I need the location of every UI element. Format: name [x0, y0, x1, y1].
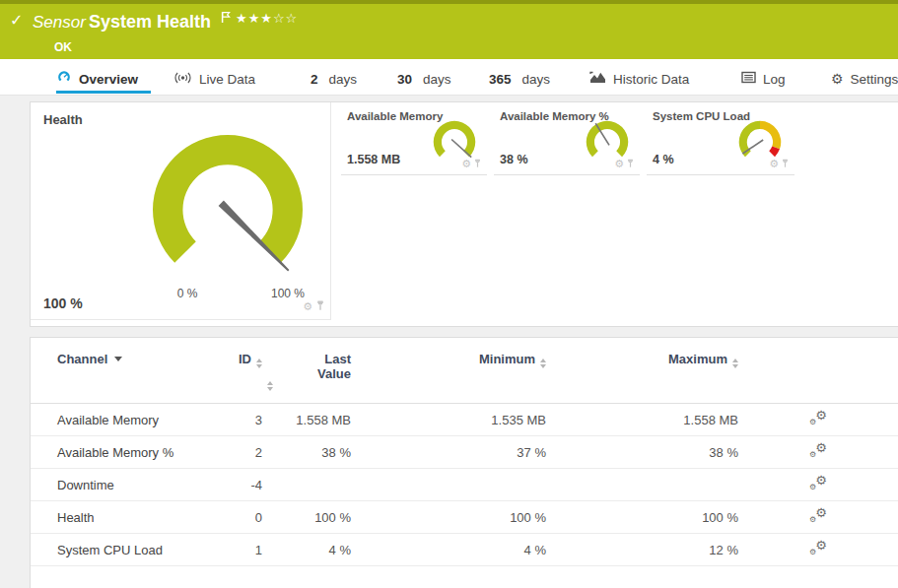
- tab-2-days[interactable]: 2 days: [311, 69, 357, 89]
- tab-30-days[interactable]: 30 days: [397, 69, 451, 89]
- channel-name: Available Memory: [31, 404, 208, 436]
- channel-last-value: 100 %: [262, 501, 351, 534]
- gauge-value: 38 %: [500, 153, 528, 166]
- priority-stars[interactable]: ★★★☆☆: [236, 11, 298, 26]
- channel-maximum: 1.558 MB: [546, 404, 738, 436]
- channel-last-value: 4 %: [262, 534, 351, 566]
- tab-label: days: [423, 72, 451, 87]
- live-broadcast-icon: [173, 71, 192, 88]
- pin-icon[interactable]: [627, 155, 634, 172]
- gear-icon[interactable]: ⚙: [614, 159, 624, 169]
- tab-number: 2: [311, 72, 318, 87]
- channel-maximum: 100 %: [546, 501, 738, 534]
- tab-historic-data[interactable]: Historic Data: [589, 69, 689, 89]
- channel-settings-gears-icon[interactable]: ⚙⚙: [808, 540, 828, 557]
- gear-icon[interactable]: ⚙: [461, 159, 471, 169]
- tab-label: days: [329, 72, 358, 87]
- tab-label: Historic Data: [613, 72, 689, 87]
- priority-flag-icon[interactable]: [221, 10, 231, 28]
- sort-arrows-icon: [732, 359, 738, 368]
- channel-id: -4: [208, 469, 262, 501]
- tab-label: Settings: [851, 72, 898, 87]
- channel-id: 2: [208, 436, 262, 469]
- table-row-available-memory-pct[interactable]: Available Memory % 2 38 % 37 % 38 % ⚙⚙: [31, 436, 898, 469]
- channel-id: 0: [208, 501, 262, 534]
- channel-maximum: [546, 469, 738, 501]
- channels-table: Channel ID Last Value Minimum Maximum Av…: [31, 338, 898, 566]
- gauge-value: 1.558 MB: [347, 153, 400, 166]
- status-check-icon: ✓: [10, 11, 23, 30]
- channel-minimum: 100 %: [351, 501, 546, 534]
- channel-settings-gears-icon[interactable]: ⚙⚙: [808, 442, 828, 460]
- column-label-line2: Value: [262, 366, 351, 381]
- column-label: Maximum: [668, 352, 727, 366]
- health-gauge-tile: Health 0 % 100 % 100 % ⚙: [31, 102, 331, 320]
- column-header-channel[interactable]: Channel: [31, 338, 208, 404]
- column-header-maximum[interactable]: Maximum: [546, 338, 738, 404]
- column-header-last-value[interactable]: Last Value: [262, 338, 351, 404]
- column-header-actions: [738, 338, 898, 404]
- active-tab-underline: [56, 91, 151, 94]
- column-header-id[interactable]: ID: [208, 338, 262, 404]
- table-row-health[interactable]: Health 0 100 % 100 % 100 % ⚙⚙: [31, 501, 898, 534]
- area-chart-icon: [589, 71, 606, 87]
- sort-arrows-icon: [540, 359, 546, 368]
- tab-bar: Overview Live Data 2 days 30 days 365 da…: [0, 59, 898, 96]
- tab-label: Live Data: [199, 72, 255, 87]
- gear-icon: ⚙: [831, 72, 844, 86]
- tab-overview[interactable]: Overview: [56, 69, 138, 89]
- channel-minimum: 37 %: [351, 436, 546, 469]
- channel-settings-gears-icon[interactable]: ⚙⚙: [808, 410, 828, 427]
- health-gauge: [134, 116, 321, 303]
- tab-settings[interactable]: ⚙ Settings: [831, 69, 898, 89]
- gauge-value: 4 %: [653, 153, 674, 166]
- gauge-title: Health: [43, 112, 83, 127]
- channel-last-value: [262, 469, 351, 501]
- status-badge: OK: [54, 40, 72, 54]
- column-label: Channel: [57, 352, 107, 366]
- gauge-tools: ⚙: [769, 155, 789, 172]
- channel-maximum: 12 %: [546, 534, 738, 566]
- tab-label: days: [522, 72, 551, 87]
- stars-empty[interactable]: ☆☆: [273, 11, 298, 26]
- table-row-available-memory[interactable]: Available Memory 3 1.558 MB 1.535 MB 1.5…: [31, 404, 898, 436]
- channel-name: System CPU Load: [31, 534, 208, 566]
- system-cpu-load-gauge-tile: System CPU Load 4 % ⚙: [647, 102, 794, 175]
- tab-label: Log: [763, 72, 786, 87]
- channel-name: Downtime: [31, 469, 208, 501]
- sort-arrows-icon: [267, 381, 351, 391]
- tab-number: 30: [397, 72, 412, 87]
- pin-icon[interactable]: [474, 155, 481, 172]
- column-header-minimum[interactable]: Minimum: [351, 338, 546, 404]
- gear-icon[interactable]: ⚙: [303, 301, 312, 312]
- pin-icon[interactable]: [782, 155, 789, 172]
- gauge-tools: ⚙: [614, 155, 634, 172]
- channel-last-value: 1.558 MB: [262, 404, 351, 436]
- tab-365-days[interactable]: 365 days: [489, 69, 550, 89]
- gauge-tools: ⚙: [303, 297, 324, 315]
- available-memory-gauge-tile: Available Memory 1.558 MB ⚙: [341, 102, 487, 175]
- gauge-tools: ⚙: [461, 155, 481, 172]
- pin-icon[interactable]: [316, 297, 324, 315]
- column-label: ID: [239, 352, 251, 366]
- gauges-panel: Health 0 % 100 % 100 % ⚙ Available Memor…: [30, 101, 898, 327]
- table-row-system-cpu-load[interactable]: System CPU Load 1 4 % 4 % 12 % ⚙⚙: [31, 534, 898, 566]
- stars-filled[interactable]: ★★★: [236, 11, 273, 26]
- channels-table-panel: Channel ID Last Value Minimum Maximum Av…: [30, 337, 898, 588]
- gauge-scale-min: 0 %: [158, 287, 217, 300]
- channel-settings-gears-icon[interactable]: ⚙⚙: [808, 475, 828, 492]
- page-title: System Health: [89, 12, 211, 33]
- channel-minimum: 1.535 MB: [351, 404, 546, 436]
- channel-id: 1: [208, 534, 262, 566]
- channel-minimum: [351, 469, 546, 501]
- table-row-downtime[interactable]: Downtime -4 ⚙⚙: [31, 469, 898, 501]
- channel-maximum: 38 %: [546, 436, 738, 469]
- object-kind-label: Sensor: [33, 13, 86, 33]
- tab-live-data[interactable]: Live Data: [173, 69, 255, 89]
- gear-icon[interactable]: ⚙: [769, 159, 779, 169]
- channel-settings-gears-icon[interactable]: ⚙⚙: [808, 507, 828, 525]
- channel-name: Health: [31, 501, 208, 534]
- sort-caret-icon: [114, 357, 122, 361]
- tab-log[interactable]: Log: [741, 69, 786, 89]
- log-list-icon: [741, 71, 756, 87]
